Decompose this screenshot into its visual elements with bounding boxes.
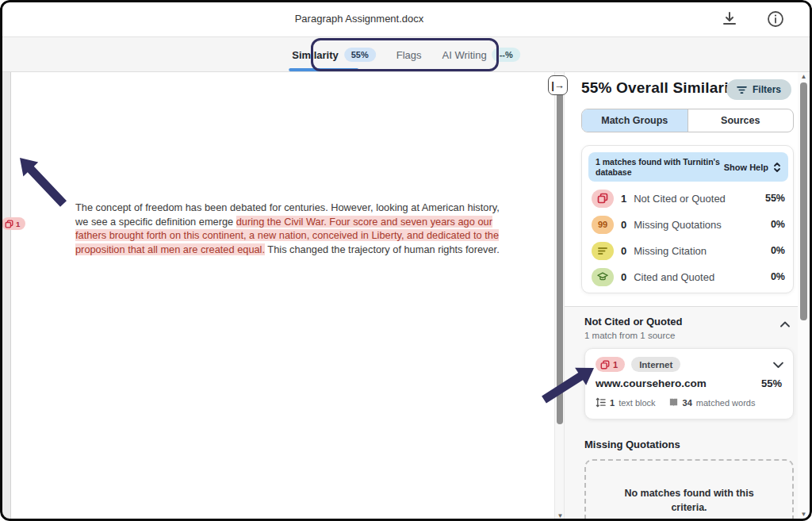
- scroll-down-icon[interactable]: ▼: [800, 511, 807, 518]
- header-bar: Paragraph Assignment.docx: [0, 0, 812, 37]
- tab-match-groups[interactable]: Match Groups: [582, 109, 688, 132]
- document-viewer: The concept of freedom has been debated …: [0, 72, 555, 521]
- group-row-missing-citation[interactable]: 0 Missing Citation 0%: [592, 240, 785, 261]
- document-paragraph: The concept of freedom has been debated …: [75, 201, 504, 256]
- filter-icon: [737, 86, 747, 94]
- turnitin-report-window: Paragraph Assignment.docx Similarity 55%…: [0, 0, 812, 521]
- source-type-pill: Internet: [631, 357, 680, 372]
- panel-tab-switcher: Match Groups Sources: [581, 109, 794, 132]
- source-expand-icon[interactable]: [773, 358, 783, 368]
- group-label: Cited and Quoted: [634, 271, 714, 283]
- report-tabstrip: Similarity 55% Flags AI Writing --%: [0, 37, 812, 72]
- not-cited-icon: [592, 190, 614, 208]
- text-block-label: text block: [619, 398, 655, 408]
- source-percent: 55%: [761, 377, 782, 389]
- missing-quotations-title: Missing Quotations: [584, 439, 680, 450]
- matched-words-label: matched words: [696, 398, 756, 408]
- group-label: Not Cited or Quoted: [634, 193, 726, 205]
- show-help-toggle[interactable]: Show Help: [724, 162, 781, 173]
- group-percent: 0%: [771, 245, 785, 256]
- overall-similarity-heading: 55% Overall Similarity: [581, 79, 742, 97]
- matched-words-stat: 34 matched words: [668, 397, 756, 408]
- source-match-count: 1: [613, 360, 618, 370]
- cited-and-quoted-icon: [592, 268, 614, 286]
- source-url: www.coursehero.com: [596, 377, 707, 389]
- document-scrollbar[interactable]: ▲ ▼: [554, 72, 565, 521]
- tab-flags[interactable]: Flags: [396, 37, 422, 72]
- document-scrollbar-thumb[interactable]: [557, 83, 563, 424]
- matched-words-count: 34: [683, 398, 692, 408]
- marker-number: 1: [16, 220, 20, 228]
- group-row-cited-and-quoted[interactable]: 0 Cited and Quoted 0%: [592, 266, 785, 287]
- page-left-gutter: [2, 72, 11, 521]
- missing-quotations-icon: 99: [592, 216, 614, 234]
- group-percent: 0%: [771, 219, 785, 230]
- similarity-badge: 55%: [344, 48, 376, 62]
- group-row-missing-quotations[interactable]: 99 0 Missing Quotations 0%: [592, 214, 785, 235]
- group-count: 1: [621, 193, 626, 205]
- source-card-header: 1 Internet: [596, 357, 680, 372]
- info-icon[interactable]: [766, 10, 785, 29]
- paragraph-plain-text-end: This changed the trajectory of human rig…: [265, 243, 500, 255]
- not-cited-section-title: Not Cited or Quoted: [584, 316, 683, 328]
- not-cited-icon: [600, 360, 610, 370]
- group-count: 0: [621, 245, 626, 257]
- tab-flags-label: Flags: [396, 49, 422, 61]
- show-help-label: Show Help: [724, 163, 768, 172]
- panel-collapse-button[interactable]: |→: [548, 75, 568, 95]
- text-block-stat: 1 text block: [596, 397, 656, 408]
- tab-similarity-label: Similarity: [292, 49, 339, 61]
- similarity-panel: 55% Overall Similarity Filters Match Gro…: [565, 72, 812, 521]
- panel-lower-section: Not Cited or Quoted 1 match from 1 sourc…: [565, 306, 812, 521]
- group-percent: 0%: [771, 271, 785, 282]
- source-card-coursehero[interactable]: 1 Internet www.coursehero.com 55% 1 text…: [584, 348, 794, 419]
- section-collapse-icon[interactable]: [780, 316, 790, 326]
- scroll-up-icon[interactable]: ▲: [800, 73, 807, 80]
- tab-group: Similarity 55% Flags AI Writing --%: [274, 37, 538, 72]
- database-banner[interactable]: 1 matches found with Turnitin's database…: [588, 152, 788, 182]
- not-cited-section-subtitle: 1 match from 1 source: [584, 331, 675, 340]
- scroll-down-icon[interactable]: ▼: [557, 512, 564, 519]
- panel-scrollbar[interactable]: ▲ ▼: [798, 72, 810, 519]
- ai-writing-badge: --%: [492, 48, 520, 62]
- source-match-pill: 1: [596, 357, 625, 372]
- book-icon: [668, 397, 679, 408]
- active-tab-underline: [289, 68, 358, 71]
- group-label: Missing Citation: [634, 245, 707, 257]
- missing-citation-icon: [592, 242, 614, 260]
- chevron-updown-icon: [773, 162, 781, 173]
- banner-text: 1 matches found with Turnitin's database: [596, 157, 721, 178]
- group-count: 0: [621, 271, 626, 283]
- group-label: Missing Quotations: [634, 219, 722, 231]
- filters-label: Filters: [753, 84, 781, 95]
- source-meta: 1 text block 34 matched words: [596, 397, 755, 408]
- group-count: 0: [621, 219, 626, 231]
- match-groups-card: 1 matches found with Turnitin's database…: [581, 145, 794, 293]
- group-row-not-cited[interactable]: 1 Not Cited or Quoted 55%: [592, 188, 785, 209]
- download-icon[interactable]: [720, 10, 739, 29]
- tab-ai-writing-label: AI Writing: [442, 49, 487, 61]
- text-block-count: 1: [610, 398, 615, 408]
- document-title: Paragraph Assignment.docx: [0, 0, 718, 37]
- group-percent: 55%: [765, 193, 785, 204]
- tab-sources[interactable]: Sources: [688, 109, 794, 132]
- match-marker-1[interactable]: 1: [2, 217, 25, 230]
- text-block-icon: [596, 397, 606, 408]
- filters-button[interactable]: Filters: [726, 79, 791, 100]
- missing-quotations-empty-box: No matches found with this criteria.: [584, 459, 794, 521]
- panel-scrollbar-thumb[interactable]: [800, 82, 807, 320]
- empty-state-text: No matches found with this criteria.: [614, 486, 764, 515]
- tab-similarity[interactable]: Similarity 55%: [292, 37, 376, 72]
- not-cited-icon: [5, 220, 13, 228]
- tab-ai-writing[interactable]: AI Writing --%: [442, 37, 520, 72]
